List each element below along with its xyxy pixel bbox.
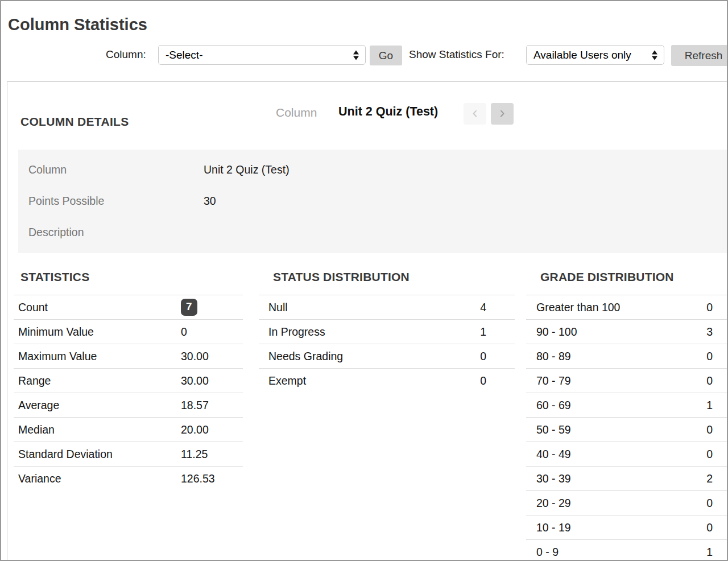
- table-row: Range 30.00: [14, 368, 243, 393]
- table-row: 70 - 79 0: [526, 368, 728, 393]
- grade-count-value: 2: [706, 472, 713, 485]
- column-select[interactable]: -Select-: [158, 45, 366, 65]
- grade-range-label: 10 - 19: [526, 521, 571, 534]
- refresh-button[interactable]: Refresh: [671, 45, 728, 66]
- grade-count-value: 0: [706, 301, 713, 314]
- count-badge: 7: [181, 299, 197, 316]
- status-value: 0: [480, 350, 486, 363]
- grade-range-label: 90 - 100: [526, 325, 577, 339]
- table-row: Null 4: [259, 295, 515, 319]
- status-value: 4: [480, 301, 486, 314]
- current-column-name: Unit 2 Quiz (Test): [338, 105, 438, 119]
- select-stepper-icon: [652, 50, 657, 60]
- info-label: Column: [18, 163, 204, 176]
- grade-count-value: 1: [706, 399, 713, 412]
- column-info-box: Column Unit 2 Quiz (Test) Points Possibl…: [18, 150, 728, 253]
- table-row: Minimum Value 0: [14, 319, 243, 344]
- grade-range-label: 50 - 59: [526, 423, 571, 436]
- grade-range-label: 70 - 79: [526, 374, 571, 387]
- column-select-label: Column:: [106, 48, 146, 61]
- info-row-description: Description: [18, 217, 728, 248]
- table-row: 40 - 49 0: [526, 442, 728, 466]
- grade-count-value: 0: [706, 497, 713, 510]
- table-row: 10 - 19 0: [526, 515, 728, 539]
- column-caption: Column: [276, 106, 317, 119]
- grade-range-label: 60 - 69: [526, 399, 571, 412]
- status-value: 0: [480, 374, 486, 387]
- stat-label: Median: [14, 423, 55, 436]
- status-value: 1: [480, 325, 486, 339]
- grade-count-value: 0: [706, 448, 713, 461]
- stat-value: 30.00: [181, 350, 209, 363]
- grade-range-label: 20 - 29: [526, 497, 571, 510]
- status-label: Null: [259, 301, 288, 314]
- status-label: In Progress: [259, 325, 325, 339]
- previous-column-button[interactable]: ‹: [464, 103, 486, 125]
- statistics-heading: STATISTICS: [20, 270, 89, 284]
- stat-label: Range: [14, 374, 51, 387]
- table-row: 50 - 59 0: [526, 417, 728, 442]
- table-row: Variance 126.53: [14, 466, 243, 490]
- statistics-table: Count 7 Minimum Value 0 Maximum Value 30…: [14, 295, 243, 490]
- table-row: Standard Deviation 11.25: [14, 442, 243, 466]
- go-button-label: Go: [379, 50, 393, 62]
- stat-label: Maximum Value: [14, 350, 97, 363]
- table-row: 90 - 100 3: [526, 319, 728, 344]
- table-row: Average 18.57: [14, 393, 243, 417]
- grade-count-value: 0: [706, 423, 713, 436]
- grade-count-value: 3: [706, 325, 713, 339]
- show-statistics-label: Show Statistics For:: [409, 48, 504, 61]
- stat-label: Standard Deviation: [14, 448, 113, 461]
- stat-value: 11.25: [181, 448, 208, 461]
- table-row: Count 7: [14, 295, 243, 319]
- stat-value: 30.00: [181, 374, 209, 387]
- grade-count-value: 0: [706, 374, 713, 387]
- stat-value: 20.00: [181, 423, 209, 436]
- grade-count-value: 0: [706, 350, 713, 363]
- grade-distribution-table: Greater than 100 0 90 - 100 3 80 - 89 0 …: [526, 295, 728, 561]
- grade-range-label: 30 - 39: [526, 472, 571, 485]
- table-row: 60 - 69 1: [526, 393, 728, 417]
- chevron-left-icon: ‹: [473, 105, 478, 121]
- stat-label: Minimum Value: [14, 325, 94, 339]
- table-row: 20 - 29 0: [526, 490, 728, 515]
- info-row-points-possible: Points Possible 30: [18, 185, 728, 217]
- grade-count-value: 0: [706, 521, 713, 534]
- refresh-button-label: Refresh: [685, 50, 723, 62]
- table-row: In Progress 1: [259, 319, 515, 344]
- grade-range-label: 0 - 9: [526, 546, 559, 559]
- stat-label: Count: [14, 301, 48, 314]
- chevron-right-icon: ›: [500, 105, 505, 121]
- info-value: Unit 2 Quiz (Test): [204, 163, 289, 176]
- show-statistics-select-value: Available Users only: [533, 49, 631, 61]
- stat-label: Variance: [14, 472, 61, 485]
- column-details-heading: COLUMN DETAILS: [20, 115, 129, 129]
- go-button[interactable]: Go: [370, 46, 402, 65]
- table-row: Maximum Value 30.00: [14, 344, 243, 368]
- next-column-button[interactable]: ›: [491, 103, 514, 125]
- info-label: Description: [18, 226, 204, 239]
- grade-distribution-heading: GRADE DISTRIBUTION: [540, 270, 674, 284]
- show-statistics-select[interactable]: Available Users only: [526, 45, 664, 65]
- status-distribution-table: Null 4 In Progress 1 Needs Grading 0 Exe…: [259, 295, 515, 393]
- grade-range-label: 40 - 49: [526, 448, 571, 461]
- table-row: 80 - 89 0: [526, 344, 728, 368]
- info-label: Points Possible: [18, 195, 204, 208]
- grade-range-label: Greater than 100: [526, 301, 620, 314]
- table-row: 0 - 9 1: [526, 539, 728, 561]
- table-row: Exempt 0: [259, 368, 515, 393]
- table-row: 30 - 39 2: [526, 466, 728, 490]
- stat-value: 18.57: [181, 399, 209, 412]
- stat-value: 0: [181, 325, 187, 339]
- grade-range-label: 80 - 89: [526, 350, 571, 363]
- status-distribution-heading: STATUS DISTRIBUTION: [273, 270, 410, 284]
- info-value: 30: [204, 195, 216, 208]
- grade-count-value: 1: [706, 546, 713, 559]
- table-row: Greater than 100 0: [526, 295, 728, 319]
- status-label: Needs Grading: [259, 350, 343, 363]
- table-row: Median 20.00: [14, 417, 243, 442]
- column-select-value: -Select-: [166, 49, 202, 61]
- table-row: Needs Grading 0: [259, 344, 515, 368]
- stat-value: 126.53: [181, 472, 215, 485]
- info-row-column: Column Unit 2 Quiz (Test): [18, 154, 728, 185]
